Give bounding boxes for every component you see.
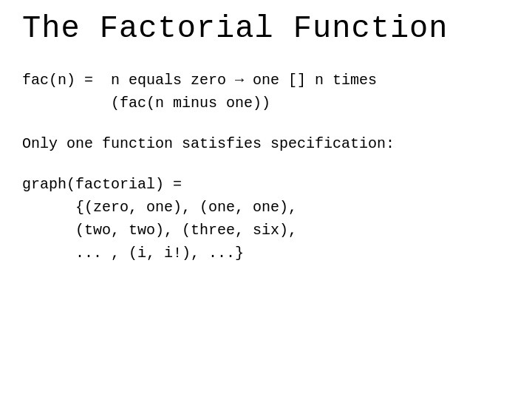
graph-line-2: {(zero, one), (one, one), — [22, 196, 510, 219]
uniqueness-section: Only one function satisfies specificatio… — [22, 132, 510, 155]
graph-line-3: (two, two), (three, six), — [22, 219, 510, 242]
page: The Factorial Function fac(n) = n equals… — [0, 0, 532, 399]
definition-section: fac(n) = n equals zero → one [] n times … — [22, 69, 510, 115]
uniqueness-line-1: Only one function satisfies specificatio… — [22, 132, 510, 155]
graph-line-4: ... , (i, i!), ...} — [22, 242, 510, 265]
graph-section: graph(factorial) = {(zero, one), (one, o… — [22, 173, 510, 265]
definition-line-2: (fac(n minus one)) — [22, 92, 510, 115]
graph-line-1: graph(factorial) = — [22, 173, 510, 196]
main-content: fac(n) = n equals zero → one [] n times … — [22, 69, 510, 265]
definition-line-1: fac(n) = n equals zero → one [] n times — [22, 69, 510, 92]
page-title: The Factorial Function — [22, 11, 510, 47]
